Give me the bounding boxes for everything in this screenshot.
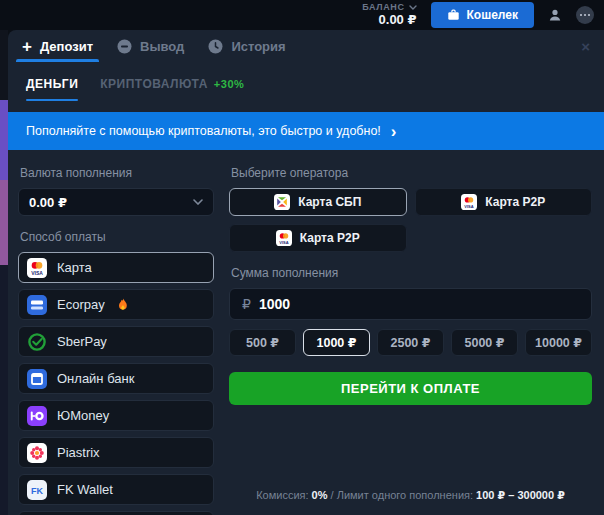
topbar: БАЛАНС 0.00 ₽ Кошелек — [0, 0, 604, 30]
payment-method-item[interactable]: Piastrix — [18, 437, 214, 468]
support-button[interactable] — [576, 6, 594, 24]
separator: / — [328, 489, 337, 501]
amount-input[interactable]: ₽ 1000 — [229, 288, 592, 320]
quick-amounts: 500 ₽1000 ₽2500 ₽5000 ₽10000 ₽ — [229, 329, 592, 356]
background-page-strip — [0, 30, 8, 515]
item-label: Ecorpay — [57, 297, 105, 312]
balance-value: 0.00 ₽ — [379, 13, 417, 27]
operator-button[interactable]: VISAКарта P2P — [229, 224, 407, 252]
chat-dots-icon — [576, 6, 594, 24]
operator-button[interactable]: VISAКарта P2P — [415, 188, 593, 216]
item-label: 5000 ₽ — [465, 335, 505, 350]
limit-label: Лимит одного пополнения: — [337, 489, 473, 501]
item-label: 1000 ₽ — [317, 335, 357, 350]
banner-text: Пополняйте с помощью криптовалюты, это б… — [26, 124, 381, 138]
crypto-promo-banner[interactable]: Пополняйте с помощью криптовалюты, это б… — [8, 112, 604, 150]
item-label: 500 ₽ — [246, 335, 279, 350]
quick-amount-button[interactable]: 1000 ₽ — [303, 329, 370, 356]
currency-value: 0.00 ₽ — [29, 195, 67, 210]
minus-circle-icon — [117, 39, 132, 54]
item-label: Карта P2P — [300, 231, 360, 245]
subtab-money[interactable]: ДЕНЬГИ — [26, 77, 78, 91]
fkwallet-icon: FK — [27, 480, 47, 500]
operator-button[interactable]: Карта СБП — [229, 188, 407, 216]
payment-method-item[interactable]: Онлайн банк — [18, 363, 214, 394]
subtab-crypto[interactable]: КРИПТОВАЛЮТА +30% — [100, 77, 244, 91]
quick-amount-button[interactable]: 10000 ₽ — [525, 329, 592, 356]
crypto-bonus-badge: +30% — [214, 78, 244, 90]
item-label: SberPay — [57, 334, 107, 349]
subtab-label: КРИПТОВАЛЮТА — [100, 77, 208, 91]
chevron-down-icon — [193, 199, 203, 205]
svg-text:VISA: VISA — [465, 204, 474, 209]
submit-button[interactable]: ПЕРЕЙТИ К ОПЛАТЕ — [229, 372, 592, 405]
sbp-icon — [274, 194, 290, 210]
balance-widget[interactable]: БАЛАНС 0.00 ₽ — [362, 3, 416, 27]
method-label: Способ оплаты — [20, 230, 214, 244]
currency-label: Валюта пополнения — [20, 166, 214, 180]
payment-column: Валюта пополнения 0.00 ₽ Способ оплаты V… — [18, 164, 214, 515]
svg-text:VISA: VISA — [279, 240, 288, 245]
card-icon: VISA — [461, 194, 477, 210]
deposit-modal: + Депозит Вывод История × ДЕНЬГИ КРИПТОВ… — [8, 30, 604, 515]
yoomoney-icon — [27, 406, 47, 426]
subtab-label: ДЕНЬГИ — [26, 77, 78, 91]
limits-note: Комиссия: 0% / Лимит одного пополнения: … — [229, 489, 592, 502]
card-icon: VISA — [276, 230, 292, 246]
item-label: 2500 ₽ — [391, 335, 431, 350]
subtabs: ДЕНЬГИ КРИПТОВАЛЮТА +30% — [8, 62, 604, 106]
wallet-label: Кошелек — [467, 8, 518, 22]
quick-amount-button[interactable]: 2500 ₽ — [377, 329, 444, 356]
tab-label: История — [231, 39, 285, 54]
amount-value: 1000 — [259, 296, 290, 312]
ecorpay-icon — [27, 295, 47, 315]
commission-value: 0% — [312, 489, 328, 501]
close-icon[interactable]: × — [581, 38, 590, 55]
clock-icon — [208, 39, 223, 54]
tab-withdraw[interactable]: Вывод — [117, 30, 184, 62]
payment-method-list: VISAКартаEcorpaySberPayОнлайн банкЮMoney… — [18, 252, 214, 515]
onlinebank-icon — [27, 369, 47, 389]
user-icon — [548, 8, 562, 22]
briefcase-icon — [447, 9, 460, 21]
item-label: Карта — [57, 260, 92, 275]
svg-text:VISA: VISA — [31, 270, 43, 276]
operator-label: Выберите оператора — [231, 166, 592, 180]
payment-method-item[interactable]: Ecorpay — [18, 289, 214, 320]
ruble-sign: ₽ — [242, 296, 251, 312]
item-label: Онлайн банк — [57, 371, 134, 386]
amount-label: Сумма пополнения — [231, 266, 592, 280]
tab-label: Депозит — [40, 39, 93, 54]
quick-amount-button[interactable]: 5000 ₽ — [451, 329, 518, 356]
item-label: 10000 ₽ — [535, 335, 582, 350]
card-icon: VISA — [27, 258, 47, 278]
item-label: Карта СБП — [298, 195, 361, 209]
flame-icon — [117, 298, 130, 312]
commission-label: Комиссия: — [256, 489, 308, 501]
item-label: ЮMoney — [57, 408, 109, 423]
currency-select[interactable]: 0.00 ₽ — [18, 188, 214, 216]
operator-column: Выберите оператора Карта СБПVISAКарта P2… — [229, 164, 592, 515]
plus-icon: + — [22, 38, 32, 55]
payment-method-item[interactable]: FKFK Wallet — [18, 474, 214, 505]
chevron-down-icon — [409, 5, 417, 10]
user-button[interactable] — [548, 8, 562, 22]
svg-text:FK: FK — [31, 486, 43, 496]
item-label: Карта P2P — [485, 195, 545, 209]
operator-list: Карта СБПVISAКарта P2PVISAКарта P2P — [229, 188, 592, 252]
payment-method-item[interactable]: SberPay — [18, 326, 214, 357]
item-label: FK Wallet — [57, 482, 113, 497]
modal-tabs: + Депозит Вывод История × — [8, 30, 604, 62]
payment-method-item[interactable]: VISAКарта — [18, 252, 214, 283]
limit-value: 100 ₽ – 300000 ₽ — [476, 489, 565, 501]
tab-history[interactable]: История — [208, 30, 285, 62]
sberpay-icon — [27, 332, 47, 352]
chevron-right-icon: › — [391, 123, 397, 140]
tab-label: Вывод — [140, 39, 184, 54]
tab-deposit[interactable]: + Депозит — [22, 30, 93, 62]
quick-amount-button[interactable]: 500 ₽ — [229, 329, 296, 356]
wallet-button[interactable]: Кошелек — [431, 2, 534, 28]
item-label: Piastrix — [57, 445, 100, 460]
modal-content: Валюта пополнения 0.00 ₽ Способ оплаты V… — [8, 150, 604, 515]
payment-method-item[interactable]: ЮMoney — [18, 400, 214, 431]
